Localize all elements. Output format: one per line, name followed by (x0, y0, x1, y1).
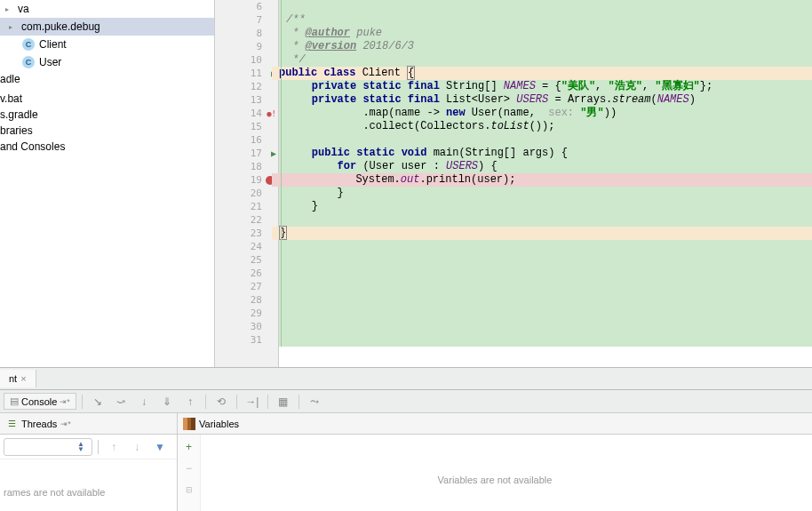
run-icon[interactable]: ▶ (271, 148, 276, 158)
gutter-line[interactable]: 14●! (215, 107, 278, 120)
gutter-line[interactable]: 19 (215, 173, 278, 187)
tree-item[interactable]: CClient (0, 36, 214, 53)
tree-item[interactable]: CUser (0, 53, 214, 71)
code-line[interactable]: for (User user : USERS) { (279, 160, 812, 173)
tree-item[interactable]: braries (0, 123, 214, 139)
tree-item-label: and Consoles (0, 140, 65, 153)
code-line[interactable]: System.out.println(user); (272, 173, 812, 187)
gutter-line[interactable]: 7 (215, 13, 278, 27)
code-line[interactable]: } (279, 200, 812, 213)
code-line[interactable]: */ (279, 53, 812, 67)
code-line[interactable] (279, 293, 812, 307)
remove-watch-button[interactable]: − (179, 459, 199, 477)
gutter-line[interactable]: 28 (215, 293, 278, 307)
gutter-line[interactable]: 8 (215, 27, 278, 40)
evaluate-button[interactable]: ▦ (274, 393, 293, 411)
tree-item-label: adle (0, 73, 20, 85)
code-line[interactable]: private static final List<User> USERS = … (279, 93, 812, 107)
code-line[interactable]: /** (279, 13, 812, 27)
gutter-line[interactable]: 10 (215, 53, 278, 67)
console-tab[interactable]: ▤ Console ⇥* (4, 393, 76, 410)
gutter-line[interactable]: 16 (215, 133, 278, 147)
code-line[interactable]: } (272, 227, 812, 240)
code-line[interactable]: public static void main(String[] args) { (279, 147, 812, 160)
next-frame-button[interactable]: ↓ (127, 438, 147, 456)
gutter-line[interactable]: 25 (215, 253, 278, 267)
debug-session-tab[interactable]: nt × (0, 370, 36, 387)
exception-icon: ●! (267, 109, 276, 118)
close-icon[interactable]: × (20, 373, 26, 384)
code-line[interactable] (279, 320, 812, 333)
tree-item[interactable]: adle (0, 71, 214, 87)
tab-label: nt (9, 373, 17, 384)
variables-header[interactable]: Variables (178, 413, 812, 435)
variables-empty-message: Variables are not available (178, 435, 812, 511)
code-line[interactable] (279, 133, 812, 147)
gutter-line[interactable]: 21 (215, 200, 278, 213)
gutter-line[interactable]: 15 (215, 120, 278, 133)
code-line[interactable]: } (279, 187, 812, 200)
force-step-into-button[interactable]: ⇓ (157, 393, 177, 411)
code-line[interactable] (279, 267, 812, 280)
new-watch-button[interactable]: + (179, 438, 199, 456)
code-editor[interactable]: /** * @author puke * @version 2018/6/3 *… (279, 0, 812, 347)
code-line[interactable] (279, 280, 812, 293)
tree-item[interactable]: v.bat (0, 91, 214, 107)
collapse-button[interactable]: ⊟ (179, 481, 199, 499)
gutter-line[interactable]: 9 (215, 40, 278, 53)
code-line[interactable] (279, 240, 812, 253)
thread-selector[interactable]: ▲▼ (4, 438, 92, 456)
step-over-button[interactable]: ⤻ (111, 393, 131, 411)
code-line[interactable]: .map(name -> new User(name, sex: "男")) (279, 107, 812, 120)
filter-frames-button[interactable]: ▼ (150, 438, 170, 456)
code-line[interactable] (279, 333, 812, 347)
tree-item-label: Client (39, 38, 67, 51)
drop-frame-button[interactable]: ⟲ (211, 393, 231, 411)
gutter-line[interactable]: 27 (215, 280, 278, 293)
gutter-line[interactable]: 23 (215, 227, 278, 240)
gutter-line[interactable]: 18 (215, 160, 278, 173)
code-line[interactable] (279, 213, 812, 227)
project-tree[interactable]: vacom.puke.debugCClientCUseradlev.bats.g… (0, 0, 215, 367)
gutter-line[interactable]: 26 (215, 267, 278, 280)
vars-sidebar: + − ⊟ (178, 435, 201, 511)
tree-item[interactable]: va (0, 0, 214, 18)
code-line[interactable]: * @author puke (279, 27, 812, 40)
code-line[interactable] (279, 253, 812, 267)
prev-frame-button[interactable]: ↑ (104, 438, 123, 456)
gutter-line[interactable]: 30 (215, 320, 278, 333)
tree-item-label: com.puke.debug (21, 20, 100, 33)
step-into-button[interactable]: ↓ (134, 393, 154, 411)
gutter-line[interactable]: 22 (215, 213, 278, 227)
trace-button[interactable]: ⤳ (305, 393, 324, 411)
code-line[interactable] (279, 307, 812, 320)
tree-item-label: s.gradle (0, 108, 38, 121)
editor-gutter[interactable]: 67891011▶121314●!151617▶1819202122232425… (215, 0, 279, 367)
console-icon: ▤ (10, 395, 19, 407)
show-exec-point-button[interactable]: ↘ (88, 393, 107, 411)
gutter-line[interactable]: 17▶ (215, 147, 278, 160)
gutter-line[interactable]: 24 (215, 240, 278, 253)
class-icon: C (22, 38, 35, 51)
run-to-cursor-button[interactable]: →| (243, 393, 262, 411)
code-line[interactable]: * @version 2018/6/3 (279, 40, 812, 53)
gutter-line[interactable]: 20 (215, 187, 278, 200)
gutter-line[interactable]: 6 (215, 0, 278, 13)
tree-item[interactable]: com.puke.debug (0, 18, 214, 36)
tree-item-label: braries (0, 124, 33, 137)
threads-header[interactable]: ☰ Threads ⇥* (0, 413, 177, 435)
tree-item[interactable]: and Consoles (0, 139, 214, 155)
tree-item[interactable]: s.gradle (0, 107, 214, 123)
code-line[interactable]: private static final String[] NAMES = {"… (279, 80, 812, 93)
code-line[interactable]: public class Client { (272, 67, 812, 80)
step-out-button[interactable]: ↑ (180, 393, 200, 411)
frames-empty-message: rames are not available (0, 459, 177, 511)
code-line[interactable] (279, 0, 812, 13)
gutter-line[interactable]: 13 (215, 93, 278, 107)
pin-icon: ⇥* (60, 419, 71, 428)
gutter-line[interactable]: 31 (215, 333, 278, 347)
gutter-line[interactable]: 12 (215, 80, 278, 93)
gutter-line[interactable]: 29 (215, 307, 278, 320)
code-line[interactable]: .collect(Collectors.toList()); (279, 120, 812, 133)
gutter-line[interactable]: 11▶ (215, 67, 278, 80)
